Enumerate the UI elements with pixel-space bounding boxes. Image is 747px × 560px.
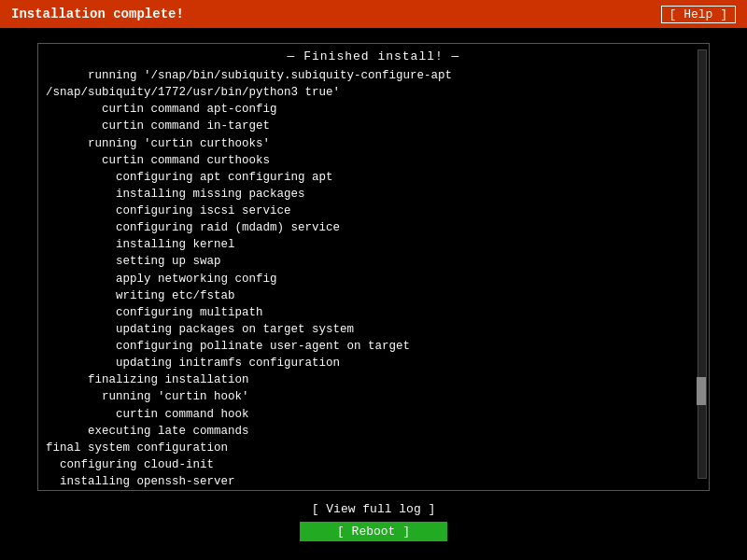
scrollbar-thumb[interactable] bbox=[697, 377, 706, 405]
scrollbar[interactable] bbox=[698, 49, 707, 479]
main-content: — Finished install! — running '/snap/bin… bbox=[0, 28, 747, 560]
buttons-area: View full log Reboot bbox=[300, 500, 447, 541]
view-full-log-button[interactable]: View full log bbox=[306, 500, 442, 518]
reboot-button[interactable]: Reboot bbox=[300, 522, 447, 541]
top-bar-title: Installation complete! bbox=[11, 7, 184, 21]
log-lines: running '/snap/bin/subiquity.subiquity-c… bbox=[46, 67, 701, 491]
log-container: — Finished install! — running '/snap/bin… bbox=[37, 43, 710, 491]
help-button[interactable]: [ Help ] bbox=[661, 6, 736, 23]
top-bar: Installation complete! [ Help ] bbox=[0, 0, 747, 28]
log-title: — Finished install! — bbox=[46, 49, 701, 63]
